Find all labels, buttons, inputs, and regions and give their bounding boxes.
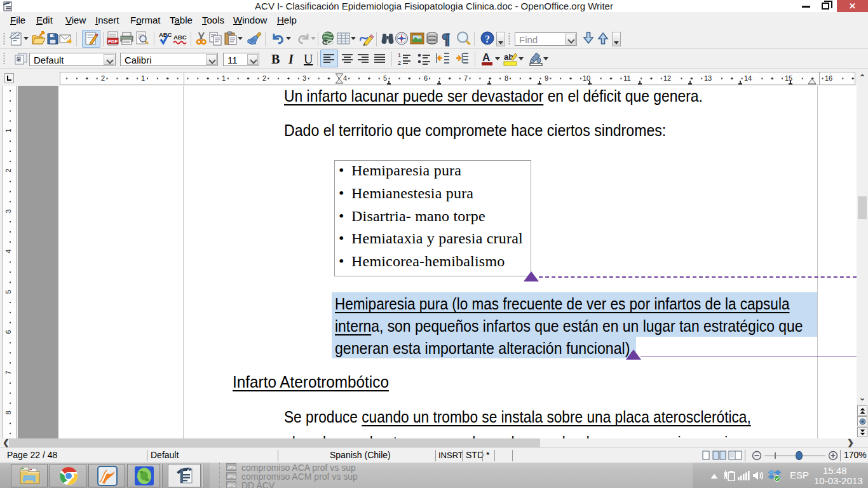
svg-text:A: A <box>482 51 490 64</box>
svg-text:PDF: PDF <box>108 39 118 44</box>
svg-text:ABC: ABC <box>159 31 172 38</box>
svg-text:2: 2 <box>398 60 401 66</box>
svg-text:¶: ¶ <box>442 31 451 46</box>
svg-text:ABC: ABC <box>173 34 187 41</box>
svg-text:?: ? <box>485 34 490 44</box>
svg-text:1: 1 <box>398 52 401 58</box>
